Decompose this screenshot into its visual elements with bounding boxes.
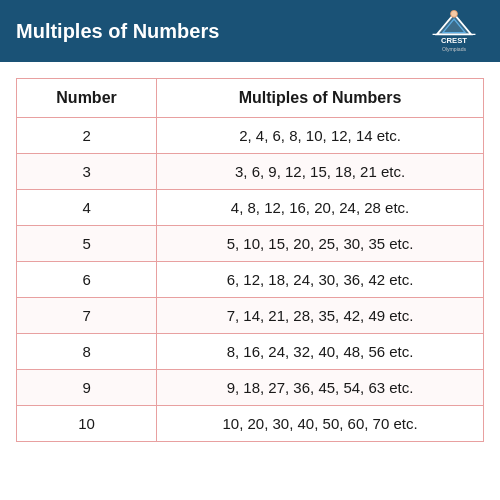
multiples-table: Number Multiples of Numbers 22, 4, 6, 8,… [16, 78, 484, 442]
table-row: 1010, 20, 30, 40, 50, 60, 70 etc. [17, 406, 484, 442]
cell-number: 4 [17, 190, 157, 226]
cell-number: 6 [17, 262, 157, 298]
col-multiples-header: Multiples of Numbers [157, 79, 484, 118]
logo-container: CREST Olympiads [424, 10, 484, 52]
table-row: 66, 12, 18, 24, 30, 36, 42 etc. [17, 262, 484, 298]
table-row: 44, 8, 12, 16, 20, 24, 28 etc. [17, 190, 484, 226]
cell-multiples: 6, 12, 18, 24, 30, 36, 42 etc. [157, 262, 484, 298]
cell-multiples: 7, 14, 21, 28, 35, 42, 49 etc. [157, 298, 484, 334]
table-row: 33, 6, 9, 12, 15, 18, 21 etc. [17, 154, 484, 190]
table-row: 22, 4, 6, 8, 10, 12, 14 etc. [17, 118, 484, 154]
cell-multiples: 9, 18, 27, 36, 45, 54, 63 etc. [157, 370, 484, 406]
svg-point-3 [451, 10, 458, 17]
cell-number: 2 [17, 118, 157, 154]
cell-multiples: 5, 10, 15, 20, 25, 30, 35 etc. [157, 226, 484, 262]
svg-text:CREST: CREST [441, 36, 467, 45]
table-row: 55, 10, 15, 20, 25, 30, 35 etc. [17, 226, 484, 262]
table-row: 77, 14, 21, 28, 35, 42, 49 etc. [17, 298, 484, 334]
cell-number: 3 [17, 154, 157, 190]
cell-multiples: 4, 8, 12, 16, 20, 24, 28 etc. [157, 190, 484, 226]
crest-logo: CREST Olympiads [424, 10, 484, 52]
table-row: 88, 16, 24, 32, 40, 48, 56 etc. [17, 334, 484, 370]
table-container: Number Multiples of Numbers 22, 4, 6, 8,… [0, 62, 500, 500]
cell-number: 10 [17, 406, 157, 442]
cell-multiples: 3, 6, 9, 12, 15, 18, 21 etc. [157, 154, 484, 190]
cell-number: 7 [17, 298, 157, 334]
svg-text:Olympiads: Olympiads [442, 46, 467, 52]
page-header: Multiples of Numbers CREST Olympiads [0, 0, 500, 62]
cell-number: 9 [17, 370, 157, 406]
cell-multiples: 10, 20, 30, 40, 50, 60, 70 etc. [157, 406, 484, 442]
table-header-row: Number Multiples of Numbers [17, 79, 484, 118]
cell-number: 8 [17, 334, 157, 370]
page-title: Multiples of Numbers [16, 20, 219, 43]
col-number-header: Number [17, 79, 157, 118]
cell-multiples: 8, 16, 24, 32, 40, 48, 56 etc. [157, 334, 484, 370]
table-row: 99, 18, 27, 36, 45, 54, 63 etc. [17, 370, 484, 406]
cell-multiples: 2, 4, 6, 8, 10, 12, 14 etc. [157, 118, 484, 154]
cell-number: 5 [17, 226, 157, 262]
